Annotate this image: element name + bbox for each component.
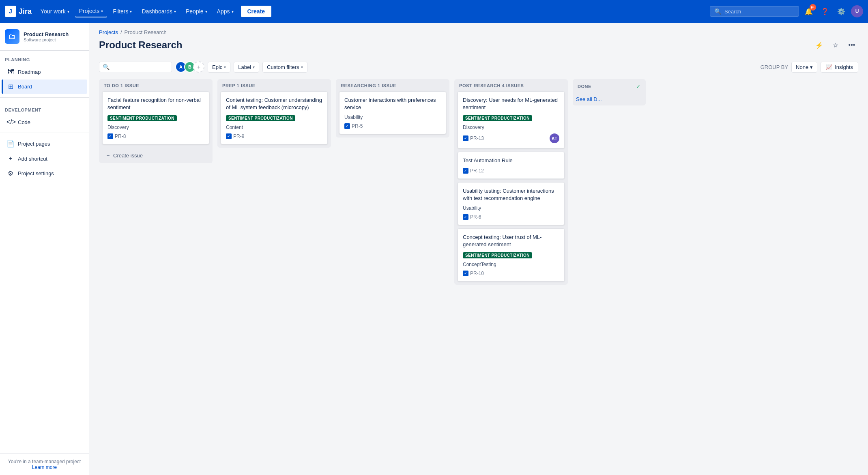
column-done-title: DONE	[578, 84, 591, 89]
card-pr13-label: Discovery	[463, 125, 559, 130]
group-by-select[interactable]: None ▾	[791, 62, 817, 73]
board-icon: ⊞	[6, 83, 15, 90]
avatar-group: A B +	[175, 61, 204, 73]
notif-badge: 9+	[810, 4, 816, 11]
notifications-button[interactable]: 🔔 9+	[802, 5, 815, 18]
insights-button[interactable]: 📈 Insights	[821, 62, 858, 73]
sidebar-item-project-settings[interactable]: ⚙ Project settings	[2, 166, 87, 181]
chevron-down-icon: ▾	[101, 9, 103, 13]
sidebar-shortcut-label: Add shortcut	[18, 156, 47, 162]
help-button[interactable]: ❓	[819, 5, 831, 18]
board-search[interactable]: 🔍	[99, 62, 172, 72]
sidebar-board-label: Board	[18, 84, 32, 90]
nav-apps[interactable]: Apps ▾	[213, 6, 238, 17]
user-avatar[interactable]: U	[851, 5, 863, 17]
add-icon: +	[6, 155, 15, 162]
column-post-research: POST RESEARCH 4 ISSUES Discovery: User n…	[454, 79, 568, 285]
column-done-header: DONE ✓	[573, 79, 646, 93]
card-pr6-footer: PR-6	[463, 214, 559, 220]
nav-your-work[interactable]: Your work ▾	[37, 6, 73, 17]
page-title: Product Research	[99, 39, 182, 51]
card-pr5[interactable]: Customer interactions with preferences s…	[339, 91, 446, 134]
sidebar-roadmap-label: Roadmap	[18, 69, 41, 75]
add-member-button[interactable]: +	[193, 61, 204, 73]
sidebar-item-roadmap[interactable]: 🗺 Roadmap	[2, 65, 87, 79]
card-pr9-footer: PR-9	[226, 133, 322, 139]
card-pr8[interactable]: Facial feature recognition for non-verba…	[102, 91, 209, 144]
card-pr12[interactable]: Test Automation Rule PR-12	[458, 152, 565, 178]
planning-section-label: PLANNING	[0, 51, 89, 64]
sidebar-project-header: 🗂 Product Research Software project	[0, 23, 89, 51]
column-post-research-cards: Discovery: User needs for ML-generated s…	[454, 91, 568, 285]
sidebar: 🗂 Product Research Software project PLAN…	[0, 23, 89, 475]
card-pr13[interactable]: Discovery: User needs for ML-generated s…	[458, 91, 565, 148]
card-pr9-issue: PR-9	[226, 133, 244, 139]
card-pr8-footer: PR-8	[107, 133, 204, 139]
more-button[interactable]: •••	[845, 39, 858, 52]
create-button[interactable]: Create	[241, 6, 272, 17]
sidebar-divider-2	[0, 133, 89, 133]
development-section-label: DEVELOPMENT	[0, 101, 89, 115]
sidebar-pages-label: Project pages	[18, 141, 50, 147]
sidebar-item-add-shortcut[interactable]: + Add shortcut	[2, 152, 87, 165]
sidebar-item-project-pages[interactable]: 📄 Project pages	[2, 137, 87, 151]
toolbar-right: GROUP BY None ▾ 📈 Insights	[761, 62, 858, 73]
search-icon: 🔍	[103, 64, 110, 70]
learn-more-link[interactable]: Learn more	[32, 464, 57, 470]
nav-filters[interactable]: Filters ▾	[109, 6, 136, 17]
breadcrumb-projects[interactable]: Projects	[99, 29, 118, 35]
nav-dashboards[interactable]: Dashboards ▾	[138, 6, 180, 17]
sidebar-item-code[interactable]: </> Code	[2, 115, 87, 129]
card-pr6-label: Usability	[463, 205, 559, 211]
card-pr10[interactable]: Concept testing: User trust of ML-genera…	[458, 228, 565, 282]
column-prep-cards: Content testing: Customer understanding …	[217, 91, 331, 148]
nav-projects[interactable]: Projects ▾	[75, 5, 107, 17]
column-researching-cards: Customer interactions with preferences s…	[336, 91, 449, 138]
topnav: J Jira Your work ▾ Projects ▾ Filters ▾ …	[0, 0, 868, 23]
label-filter[interactable]: Label ▾	[234, 62, 259, 73]
search-box[interactable]: 🔍 Search	[710, 6, 799, 17]
lightning-button[interactable]: ⚡	[813, 39, 826, 52]
card-pr6-title: Usability testing: Customer interactions…	[463, 187, 559, 202]
topnav-right: 🔍 Search 🔔 9+ ❓ ⚙️ U	[710, 5, 863, 18]
search-icon: 🔍	[714, 8, 721, 15]
breadcrumb-separator: /	[120, 29, 122, 35]
breadcrumb-project: Product Research	[125, 29, 167, 35]
chevron-down-icon: ▾	[232, 9, 234, 14]
sidebar-item-board[interactable]: ⊞ Board	[2, 80, 87, 94]
create-issue-button[interactable]: ＋ Create issue	[102, 149, 209, 161]
nav-logo[interactable]: J Jira	[5, 6, 32, 17]
issue-icon	[463, 271, 468, 276]
main-content: Projects / Product Research Product Rese…	[89, 23, 868, 475]
column-researching-title: RESEARCHING 1 ISSUE	[341, 83, 396, 88]
card-pr6[interactable]: Usability testing: Customer interactions…	[458, 182, 565, 225]
column-todo: TO DO 1 ISSUE Facial feature recognition…	[99, 79, 213, 163]
card-pr9[interactable]: Content testing: Customer understanding …	[221, 91, 328, 144]
board-search-input[interactable]	[112, 64, 168, 70]
nav-people[interactable]: People ▾	[182, 6, 211, 17]
issue-icon	[463, 214, 468, 220]
card-pr6-issue: PR-6	[463, 214, 481, 220]
pages-icon: 📄	[6, 140, 15, 148]
card-pr13-tag: SENTIMENT PRODUCTIZATION	[463, 115, 532, 121]
card-pr10-title: Concept testing: User trust of ML-genera…	[463, 234, 559, 248]
column-todo-cards: Facial feature recognition for non-verba…	[99, 91, 213, 148]
chevron-down-icon: ▾	[205, 9, 207, 14]
see-all-button[interactable]: See all D...	[573, 93, 646, 105]
custom-filters[interactable]: Custom filters ▾	[262, 62, 307, 73]
card-pr10-label: ConceptTesting	[463, 262, 559, 267]
settings-button[interactable]: ⚙️	[835, 5, 848, 18]
done-check-icon: ✓	[636, 83, 641, 90]
column-todo-header: TO DO 1 ISSUE	[99, 79, 213, 91]
card-pr9-tag: SENTIMENT PRODUCTIZATION	[226, 115, 295, 121]
group-by-label: GROUP BY	[761, 64, 788, 70]
issue-icon	[344, 123, 350, 129]
star-button[interactable]: ☆	[829, 39, 842, 52]
epic-filter[interactable]: Epic ▾	[208, 62, 230, 73]
chevron-down-icon: ▾	[810, 64, 813, 70]
column-done: DONE ✓ See all D...	[573, 79, 646, 105]
card-pr5-label: Usability	[344, 114, 441, 120]
app-layout: 🗂 Product Research Software project PLAN…	[0, 23, 868, 475]
card-pr10-issue: PR-10	[463, 271, 484, 276]
card-pr8-title: Facial feature recognition for non-verba…	[107, 97, 204, 111]
